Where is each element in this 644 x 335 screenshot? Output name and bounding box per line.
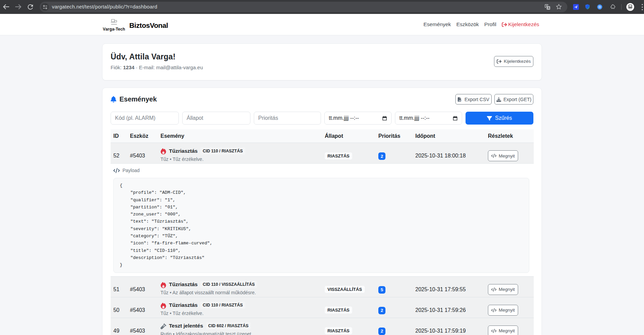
svg-text:csv: csv bbox=[459, 100, 461, 101]
